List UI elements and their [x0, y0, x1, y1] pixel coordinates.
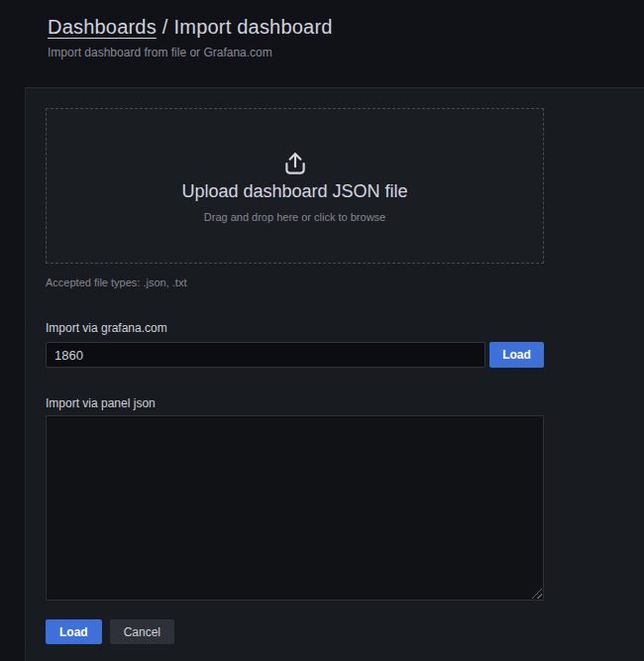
page-subtitle: Import dashboard from file or Grafana.co…	[48, 46, 333, 59]
dropzone-hint: Drag and drop here or click to browse	[204, 211, 385, 223]
import-dashboard-panel: Upload dashboard JSON file Drag and drop…	[25, 87, 644, 661]
page-title: Dashboards/Import dashboard	[48, 16, 333, 39]
upload-icon	[282, 150, 308, 177]
breadcrumb-current-page: Import dashboard	[174, 16, 333, 38]
import-via-gcom-section: Import via grafana.com Load	[46, 321, 544, 368]
dropzone-title: Upload dashboard JSON file	[181, 181, 407, 202]
panel-json-field-label: Import via panel json	[46, 396, 544, 410]
upload-dropzone[interactable]: Upload dashboard JSON file Drag and drop…	[46, 108, 544, 264]
page-header: Dashboards/Import dashboard Import dashb…	[48, 16, 333, 59]
breadcrumb-link-dashboards[interactable]: Dashboards	[48, 16, 157, 38]
cancel-button[interactable]: Cancel	[110, 619, 174, 644]
panel-json-textarea[interactable]	[46, 415, 544, 601]
gcom-load-button[interactable]: Load	[489, 342, 544, 368]
accepted-file-types-note: Accepted file types: .json, .txt	[46, 276, 544, 288]
gcom-field-label: Import via grafana.com	[46, 321, 544, 335]
gcom-dashboard-id-input[interactable]	[46, 342, 485, 368]
import-via-panel-json-section: Import via panel json	[46, 396, 544, 601]
form-actions: Load Cancel	[46, 619, 544, 644]
load-button[interactable]: Load	[46, 619, 102, 644]
breadcrumb-separator: /	[157, 16, 174, 38]
